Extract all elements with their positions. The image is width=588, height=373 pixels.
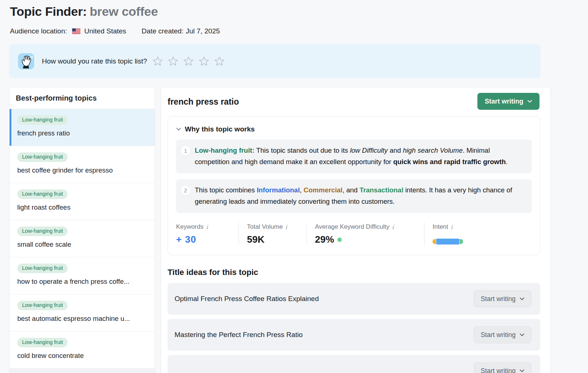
metric-keyword-difficulty: Average Keyword Difficulty i 29% [306, 222, 424, 245]
page-subtitle: Audience location: United States Date cr… [10, 27, 220, 35]
date-created-value: Jul 7, 2025 [186, 27, 220, 35]
sidebar-item-french-press-ratio[interactable]: Low-hanging fruit french press ratio [10, 109, 155, 146]
start-writing-label: Start writing [481, 367, 516, 373]
low-hanging-fruit-badge: Low-hanging fruit [17, 227, 68, 236]
chevron-down-icon [176, 127, 181, 131]
reason-intents: 2 This topic combines Informational, Com… [176, 179, 532, 213]
start-writing-label: Start writing [485, 98, 523, 105]
reason-text: This topic combines Informational, Comme… [195, 184, 524, 207]
topic-detail-panel: french press ratio Start writing Why thi… [161, 87, 551, 373]
page-title-prefix: Topic Finder: [10, 4, 87, 18]
total-volume-label: Total Volume [247, 223, 283, 231]
start-writing-label: Start writing [481, 331, 516, 339]
sidebar-item-light-roast-coffees[interactable]: Low-hanging fruit light roast coffees [10, 183, 155, 220]
title-idea-text: Optimal French Press Coffee Ratios Expla… [175, 295, 319, 303]
info-icon[interactable]: i [451, 224, 453, 231]
reason-low-hanging-fruit: 1 Low-hanging fruit: This topic stands o… [176, 140, 532, 173]
start-writing-label: Start writing [481, 295, 516, 303]
star-icon[interactable] [168, 56, 179, 67]
title-ideas-heading: Title ideas for this topic [168, 268, 258, 277]
rating-question: How would you rate this topic list? [42, 57, 147, 65]
rating-banner: How would you rate this topic list? [9, 44, 540, 78]
start-writing-button[interactable]: Start writing [474, 290, 531, 307]
difficulty-value: 29% [315, 234, 424, 245]
sidebar-item-cold-brew-concentrate[interactable]: Low-hanging fruit cold brew concentrate [10, 332, 155, 369]
sidebar-item-small-coffee-scale[interactable]: Low-hanging fruit small coffee scale [10, 220, 155, 257]
chevron-down-icon [527, 100, 532, 103]
sidebar-item-best-coffee-grinder[interactable]: Low-hanging fruit best coffee grinder fo… [10, 146, 155, 183]
start-writing-button[interactable]: Start writing [474, 326, 531, 343]
topic-title: french press ratio [168, 97, 239, 107]
us-flag-icon [72, 28, 80, 34]
sidebar-item-label: light roast coffees [17, 203, 149, 211]
metric-total-volume: Total Volume i 59K [239, 222, 306, 245]
sidebar-item-label: best automatic espresso machine u... [17, 315, 149, 323]
rating-stars [152, 56, 225, 67]
low-hanging-fruit-badge: Low-hanging fruit [17, 152, 68, 162]
date-created-label: Date created: [141, 27, 183, 35]
chevron-down-icon [520, 333, 524, 337]
why-topic-works-card: Why this topic works 1 Low-hanging fruit… [168, 116, 540, 255]
low-hanging-fruit-badge: Low-hanging fruit [17, 301, 68, 310]
star-icon[interactable] [198, 56, 209, 67]
sidebar-item-label: best coffee grinder for espresso [17, 166, 149, 174]
info-icon[interactable]: i [392, 224, 394, 231]
reason-number-badge: 1 [181, 146, 190, 155]
intent-label: Intent [433, 223, 448, 231]
intent-commercial: Commercial [304, 186, 343, 194]
title-idea-text: Mastering the Perfect French Press Ratio [175, 331, 302, 339]
audience-location-label: Audience location: [10, 27, 67, 35]
start-writing-button[interactable]: Start writing [477, 93, 539, 110]
reason-number-badge: 2 [181, 185, 190, 195]
sidebar-item-how-to-operate-french-press[interactable]: Low-hanging fruit how to operate a frenc… [10, 257, 155, 294]
sidebar-item-label: how to operate a french press coffe... [17, 278, 149, 286]
info-icon[interactable]: i [206, 224, 208, 231]
start-writing-button[interactable]: Start writing [474, 362, 531, 373]
waving-hand-icon [18, 53, 35, 70]
chevron-down-icon [520, 369, 524, 373]
star-icon[interactable] [183, 56, 194, 67]
page-title-query: brew coffee [90, 4, 158, 18]
why-topic-works-title: Why this topic works [185, 125, 255, 133]
keywords-label: Keywords [176, 223, 204, 231]
title-idea-card-partial: Start writing [168, 355, 540, 373]
intent-informational: Informational [257, 186, 300, 194]
difficulty-status-dot [337, 238, 342, 242]
title-idea-card: Optimal French Press Coffee Ratios Expla… [168, 283, 540, 315]
low-hanging-fruit-badge: Low-hanging fruit [17, 115, 68, 125]
intent-distribution-bar [433, 239, 532, 245]
star-icon[interactable] [152, 56, 163, 67]
sidebar-item-best-automatic-espresso[interactable]: Low-hanging fruit best automatic espress… [10, 294, 155, 332]
intent-transactional: Transactional [359, 186, 403, 194]
audience-location-value: United States [84, 27, 126, 35]
sidebar-next-item-partial [10, 369, 155, 373]
best-performing-topics-panel: Best-performing topics Low-hanging fruit… [9, 87, 155, 373]
topic-metrics-row: Keywords i + 30 Total Volume i 59K Avera… [176, 222, 532, 245]
keywords-value: + 30 [176, 234, 239, 245]
difficulty-label: Average Keyword Difficulty [315, 223, 390, 231]
title-idea-card: Mastering the Perfect French Press Ratio… [168, 319, 540, 351]
metric-intent: Intent i [424, 222, 532, 245]
chevron-down-icon [520, 297, 524, 301]
metric-keywords: Keywords i + 30 [176, 222, 239, 245]
reason-text: Low-hanging fruit: This topic stands out… [195, 145, 524, 167]
sidebar-title: Best-performing topics [10, 87, 155, 109]
intent-bar-transactional-segment [460, 239, 463, 244]
sidebar-item-label: small coffee scale [17, 240, 149, 249]
sidebar-item-label: cold brew concentrate [17, 352, 149, 360]
star-icon[interactable] [214, 56, 225, 67]
page-title: Topic Finder:brew coffee [10, 4, 158, 19]
info-icon[interactable]: i [285, 224, 287, 231]
low-hanging-fruit-badge: Low-hanging fruit [17, 338, 68, 347]
low-hanging-fruit-badge: Low-hanging fruit [17, 264, 68, 273]
intent-bar-commercial-segment [433, 239, 436, 244]
date-created: Date created: Jul 7, 2025 [141, 27, 220, 35]
sidebar-item-label: french press ratio [17, 129, 149, 137]
low-hanging-fruit-badge: Low-hanging fruit [17, 189, 68, 199]
intent-bar-informational-segment [436, 239, 459, 245]
total-volume-value: 59K [247, 234, 306, 245]
why-topic-works-header[interactable]: Why this topic works [176, 125, 532, 133]
